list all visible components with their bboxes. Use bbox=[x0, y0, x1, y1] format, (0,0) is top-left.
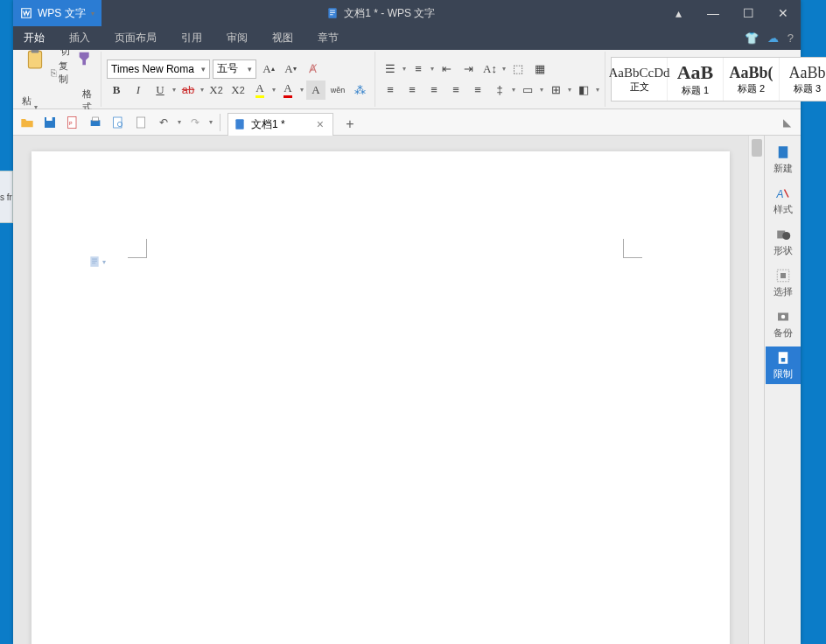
side-new[interactable]: 新建 bbox=[766, 141, 801, 178]
side-backup[interactable]: 备份 bbox=[766, 305, 801, 343]
help-dropdown-icon[interactable]: ▴ bbox=[661, 0, 696, 26]
page-options-button[interactable]: ▾ bbox=[88, 255, 106, 269]
strikethrough-button[interactable]: ab bbox=[178, 80, 198, 100]
maximize-button[interactable]: ☐ bbox=[731, 0, 766, 26]
divider bbox=[220, 114, 220, 131]
app-dropdown-icon[interactable]: ▾ bbox=[91, 10, 94, 18]
app-badge[interactable]: WPS 文字 ▾ bbox=[13, 0, 102, 26]
shape-icon bbox=[775, 227, 791, 242]
window-title: 文档1 * - WPS 文字 bbox=[102, 6, 661, 21]
side-limit[interactable]: 限制 bbox=[766, 346, 801, 384]
menu-insert[interactable]: 插入 bbox=[66, 27, 94, 49]
new-doc-icon bbox=[775, 144, 791, 160]
align-distribute-button[interactable]: ≡ bbox=[468, 80, 487, 100]
help-icon[interactable]: ? bbox=[788, 32, 794, 45]
menu-start[interactable]: 开始 bbox=[20, 27, 48, 49]
font-color-button[interactable]: A bbox=[278, 80, 298, 100]
close-tab-button[interactable]: × bbox=[317, 117, 324, 131]
style-heading2[interactable]: AaBb(标题 2 bbox=[724, 58, 780, 101]
paste-button[interactable] bbox=[22, 47, 48, 70]
numbering-button[interactable]: ≡ bbox=[409, 60, 428, 79]
format-painter-icon[interactable] bbox=[76, 49, 95, 68]
show-marks-button[interactable]: ▦ bbox=[530, 60, 550, 79]
pinyin-button[interactable]: wěn bbox=[328, 80, 347, 100]
borders-button[interactable]: ⊞ bbox=[546, 80, 565, 100]
align-left-button[interactable]: ≡ bbox=[381, 80, 400, 100]
char-border-button[interactable]: ⁂ bbox=[350, 80, 369, 100]
open-button[interactable] bbox=[18, 114, 36, 131]
side-style[interactable]: A样式 bbox=[766, 182, 801, 220]
app-window: WPS 文字 ▾ 文档1 * - WPS 文字 ▴ — ☐ ✕ 开始 插入 页面… bbox=[13, 0, 801, 644]
page-icon bbox=[88, 255, 101, 269]
style-normal[interactable]: AaBbCcDd正文 bbox=[612, 58, 668, 101]
font-size-select[interactable]: 五号▾ bbox=[213, 60, 256, 79]
window-controls: ▴ — ☐ ✕ bbox=[661, 0, 801, 26]
underline-button[interactable]: U bbox=[150, 80, 170, 100]
canvas-area[interactable]: ▾ bbox=[13, 136, 748, 644]
align-center-button[interactable]: ≡ bbox=[402, 80, 422, 100]
indent-right-button[interactable]: ⇥ bbox=[458, 60, 478, 79]
char-shading-button[interactable]: A bbox=[306, 80, 326, 100]
page-setup-button[interactable] bbox=[132, 114, 150, 131]
save-button[interactable] bbox=[41, 114, 59, 131]
shrink-font-button[interactable]: A▾ bbox=[281, 60, 300, 79]
wps-logo-icon bbox=[20, 7, 32, 19]
limit-icon bbox=[775, 350, 791, 366]
menu-review[interactable]: 审阅 bbox=[223, 27, 251, 49]
indent-left-button[interactable]: ⇤ bbox=[437, 60, 456, 79]
line-height-button[interactable]: ‡ bbox=[490, 80, 509, 100]
subscript-button[interactable]: X2 bbox=[228, 80, 248, 100]
redo-button[interactable]: ↷ bbox=[186, 114, 204, 131]
grow-font-button[interactable]: A▴ bbox=[259, 60, 278, 79]
highlight-button[interactable]: A bbox=[250, 80, 270, 100]
print-preview-button[interactable] bbox=[109, 114, 127, 131]
margin-mark-top-left bbox=[128, 239, 147, 258]
menu-chapter[interactable]: 章节 bbox=[314, 27, 342, 49]
backup-icon bbox=[775, 309, 791, 325]
superscript-button[interactable]: X2 bbox=[206, 80, 226, 100]
menu-ref[interactable]: 引用 bbox=[178, 27, 206, 49]
menu-view[interactable]: 视图 bbox=[269, 27, 297, 49]
svg-rect-19 bbox=[780, 273, 786, 278]
side-select[interactable]: 选择 bbox=[766, 264, 801, 302]
shading-button[interactable]: ▭ bbox=[518, 80, 537, 100]
clipboard-group: ✂剪切 ⎘复制 粘贴▾ 格式刷 bbox=[17, 52, 102, 107]
italic-button[interactable]: I bbox=[129, 80, 148, 100]
undo-button[interactable]: ↶ bbox=[155, 114, 172, 131]
svg-rect-23 bbox=[780, 358, 785, 362]
skin-icon[interactable]: 👕 bbox=[745, 32, 759, 45]
style-heading3[interactable]: AaBb标题 3 bbox=[780, 58, 826, 101]
quick-access-bar: P ↶▾ ↷▾ 文档1 * × + ◣ bbox=[13, 109, 801, 136]
para-settings-button[interactable]: ◧ bbox=[574, 80, 593, 100]
svg-rect-13 bbox=[90, 256, 98, 267]
svg-point-21 bbox=[780, 315, 785, 319]
style-gallery[interactable]: AaBbCcDd正文 AaB标题 1 AaBb(标题 2 AaBb标题 3 bbox=[611, 57, 826, 102]
export-pdf-button[interactable]: P bbox=[64, 114, 81, 131]
align-justify-button[interactable]: ≡ bbox=[446, 80, 466, 100]
menu-layout[interactable]: 页面布局 bbox=[111, 27, 160, 49]
cloud-icon[interactable]: ☁ bbox=[767, 32, 779, 45]
copy-button[interactable]: ⎘复制 bbox=[51, 60, 70, 86]
align-right-button[interactable]: ≡ bbox=[424, 80, 444, 100]
document-page[interactable]: ▾ bbox=[32, 151, 730, 644]
document-tab[interactable]: 文档1 * × bbox=[228, 113, 333, 136]
style-heading1[interactable]: AaB标题 1 bbox=[668, 58, 724, 101]
bold-button[interactable]: B bbox=[107, 80, 126, 100]
paragraph-group: ☰▾ ≡▾ ⇤ ⇥ A↕▾ ⬚ ▦ ≡ ≡ ≡ ≡ ≡ ‡▾ ▭▾ ⊞▾ ◧▾ bbox=[375, 52, 606, 107]
side-shape[interactable]: 形状 bbox=[766, 223, 801, 261]
font-name-select[interactable]: Times New Roma▾ bbox=[107, 60, 210, 79]
vertical-scrollbar[interactable] bbox=[748, 136, 764, 644]
bullets-button[interactable]: ☰ bbox=[381, 60, 400, 79]
minimize-button[interactable]: — bbox=[696, 0, 731, 26]
svg-rect-0 bbox=[329, 8, 337, 18]
app-name: WPS 文字 bbox=[38, 6, 86, 21]
text-direction-button[interactable]: A↕ bbox=[480, 60, 500, 79]
new-tab-button[interactable]: + bbox=[339, 113, 361, 136]
scroll-thumb[interactable] bbox=[752, 139, 762, 157]
workspace: ▾ 新建 A样式 形状 选择 备份 限制 bbox=[13, 136, 801, 644]
collapse-ribbon-button[interactable]: ◣ bbox=[778, 114, 795, 131]
close-button[interactable]: ✕ bbox=[766, 0, 801, 26]
line-spacing-button[interactable]: ⬚ bbox=[508, 60, 528, 79]
clear-format-button[interactable]: Ⱥ bbox=[303, 60, 322, 79]
print-button[interactable] bbox=[87, 114, 104, 131]
